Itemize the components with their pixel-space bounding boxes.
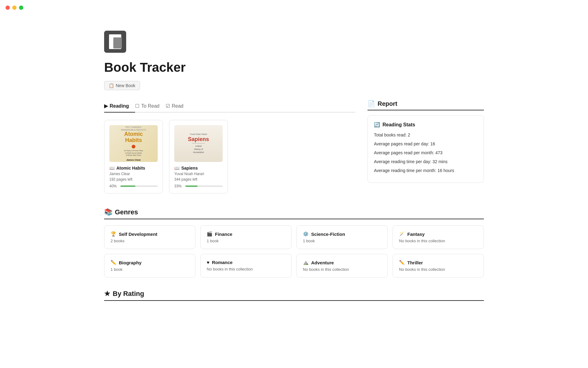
genres-section-header-wrap: 📚 Genres [104,208,484,219]
right-panel: 📄 Report 🔄 Reading Stats Total books rea… [368,100,484,194]
stat-avg-time-month: Average reading time per month: 16 hours [374,167,477,174]
progress-bar-bg-sapiens [185,186,223,187]
genre-count-adventure: No books in this collection [303,267,381,272]
new-book-label: New Book [116,83,135,88]
genre-title-finance: Finance [215,232,232,237]
genre-icon-biography: ✏️ [111,260,116,265]
genre-count-thriller: No books in this collection [399,267,477,272]
tab-reading-icon: ▶ [104,103,108,109]
stats-icon: 🔄 [374,122,380,128]
genre-title-biography: Biography [119,260,141,265]
genre-title-row-adventure: ⛰️ Adventure [303,260,381,265]
report-title: Report [378,100,397,107]
progress-row-atomic: 40% [109,184,158,188]
progress-row-sapiens: 33% [174,184,223,188]
tab-read-icon: ☑ [166,103,170,109]
tab-to-read[interactable]: ☐ To Read [135,100,166,113]
genre-count-finance: 1 book [207,239,285,243]
book-pages-atomic: 192 pages left [109,177,158,182]
genre-count-biography: 1 book [111,267,189,272]
genre-title-adventure: Adventure [311,260,334,265]
report-header: 📄 Report [368,100,484,110]
progress-bar-fill-atomic [120,186,135,187]
tab-read-label: Read [172,103,183,109]
genre-icon-finance: 🎬 [207,231,213,237]
progress-bar-bg-atomic [120,186,158,187]
progress-bar-fill-sapiens [185,186,198,187]
minimize-button[interactable] [12,6,17,10]
genre-card-biography[interactable]: ✏️ Biography 1 book [104,254,195,278]
book-card-sapiens[interactable]: Yuval Noah Harari Sapiens A BriefHistory… [169,120,228,194]
tab-to-read-icon: ☐ [135,103,139,109]
genre-card-finance[interactable]: 🎬 Finance 1 book [200,225,292,249]
report-icon: 📄 [368,100,375,107]
book-author-atomic: James Clear [109,172,158,176]
genre-title-romance: Romance [212,260,233,265]
genre-title-row-fantasy: 🪄 Fantasy [399,231,477,237]
stat-avg-pages-month: Average pages read per month: 473 [374,150,477,156]
main-layout: ▶ Reading ☐ To Read ☑ Read [104,100,484,194]
page-content: Book Tracker 📋 New Book ▶ Reading ☐ To R… [80,0,508,325]
tab-read[interactable]: ☑ Read [166,100,190,113]
genre-icon-romance: ♥ [207,260,209,265]
tab-reading[interactable]: ▶ Reading [104,100,135,113]
left-panel: ▶ Reading ☐ To Read ☑ Read [104,100,355,194]
stats-card: 🔄 Reading Stats Total books read: 2 Aver… [368,115,484,183]
stat-avg-time-day: Average reading time per day: 32 mins [374,159,477,165]
genre-title-row-self-development: 🏆 Self Development [111,231,189,237]
genre-title-row-biography: ✏️ Biography [111,260,189,265]
by-rating-section-header: ★ By Rating [104,290,144,298]
stat-total-books: Total books read: 2 [374,132,477,138]
book-title-row-sapiens: 📖 Sapiens [174,166,223,171]
genre-title-fantasy: Fantasy [407,232,425,237]
book-title-atomic: Atomic Habits [116,166,145,171]
genres-section-title: Genres [115,208,138,216]
close-button[interactable] [6,6,10,10]
genre-card-thriller[interactable]: ✏️ Thriller No books in this collection [393,254,484,278]
genre-icon-adventure: ⛰️ [303,260,309,265]
stats-title-label: Reading Stats [383,122,415,128]
star-icon: ★ [104,290,110,298]
by-rating-section-title: By Rating [113,290,144,298]
progress-pct-sapiens: 33% [174,184,183,188]
genre-icon-science-fiction: ⚙️ [303,231,309,237]
progress-pct-atomic: 40% [109,184,118,188]
genre-count-science-fiction: 1 book [303,239,381,243]
genres-section-header: 📚 Genres [104,208,138,216]
book-title-sapiens: Sapiens [181,166,198,171]
genre-count-romance: No books in this collection [207,267,285,271]
genre-card-self-development[interactable]: 🏆 Self Development 2 books [104,225,195,249]
traffic-lights [6,6,23,10]
tab-to-read-label: To Read [141,103,160,109]
app-icon [104,31,126,53]
genre-title-row-romance: ♥ Romance [207,260,285,265]
books-grid: TINY CHANGES,REMARKABLE RESULTS AtomicHa… [104,120,355,194]
tabs-bar: ▶ Reading ☐ To Read ☑ Read [104,100,355,113]
genre-card-science-fiction[interactable]: ⚙️ Science-Fiction 1 book [296,225,388,249]
book-icon-atomic: 📖 [109,166,115,171]
genre-title-thriller: Thriller [407,260,423,265]
book-cover-atomic-habits: TINY CHANGES,REMARKABLE RESULTS AtomicHa… [109,125,158,162]
genres-grid: 🏆 Self Development 2 books 🎬 Finance 1 b… [104,225,484,278]
book-author-sapiens: Yuval Noah Harari [174,172,223,176]
book-icon-sapiens: 📖 [174,166,179,171]
book-icon: 📋 [109,83,114,88]
genre-icon-thriller: ✏️ [399,260,405,265]
genre-title-row-thriller: ✏️ Thriller [399,260,477,265]
tab-reading-label: Reading [110,103,129,109]
genre-count-self-development: 2 books [111,239,189,243]
page-title: Book Tracker [104,60,484,75]
book-title-row-atomic: 📖 Atomic Habits [109,166,158,171]
book-pages-sapiens: 344 pages left [174,177,223,182]
new-book-button[interactable]: 📋 New Book [104,81,140,90]
maximize-button[interactable] [19,6,23,10]
genre-title-row-science-fiction: ⚙️ Science-Fiction [303,231,381,237]
genre-title-self-development: Self Development [119,232,157,237]
by-rating-section-header-wrap: ★ By Rating [104,290,484,301]
genre-card-fantasy[interactable]: 🪄 Fantasy No books in this collection [393,225,484,249]
book-card-atomic-habits[interactable]: TINY CHANGES,REMARKABLE RESULTS AtomicHa… [104,120,163,194]
genre-card-romance[interactable]: ♥ Romance No books in this collection [200,254,292,278]
genre-card-adventure[interactable]: ⛰️ Adventure No books in this collection [296,254,388,278]
genre-icon-self-development: 🏆 [111,231,116,237]
genre-title-science-fiction: Science-Fiction [311,232,345,237]
